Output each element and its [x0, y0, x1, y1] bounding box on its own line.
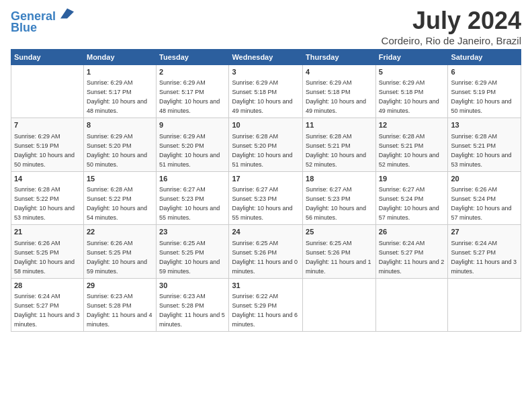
- calendar-cell: 20 Sunrise: 6:26 AMSunset: 5:24 PMDaylig…: [448, 171, 521, 224]
- day-number: 7: [14, 120, 81, 130]
- day-info: Sunrise: 6:29 AMSunset: 5:19 PMDaylight:…: [451, 79, 511, 114]
- month-title: July 2024: [382, 7, 521, 35]
- calendar-cell: 11 Sunrise: 6:28 AMSunset: 5:21 PMDaylig…: [303, 118, 376, 171]
- calendar-cell: 10 Sunrise: 6:28 AMSunset: 5:20 PMDaylig…: [229, 118, 303, 171]
- day-info: Sunrise: 6:29 AMSunset: 5:17 PMDaylight:…: [87, 79, 147, 114]
- calendar-cell: 4 Sunrise: 6:29 AMSunset: 5:18 PMDayligh…: [303, 65, 376, 118]
- day-info: Sunrise: 6:29 AMSunset: 5:19 PMDaylight:…: [14, 133, 75, 168]
- day-number: 19: [379, 174, 445, 184]
- calendar-cell: 6 Sunrise: 6:29 AMSunset: 5:19 PMDayligh…: [448, 65, 521, 118]
- day-number: 21: [14, 227, 81, 237]
- calendar-week-row: 14 Sunrise: 6:28 AMSunset: 5:22 PMDaylig…: [11, 171, 521, 224]
- day-number: 22: [87, 227, 153, 237]
- day-number: 16: [159, 174, 226, 184]
- day-number: 25: [306, 227, 373, 237]
- day-number: 20: [451, 174, 518, 184]
- day-number: 18: [306, 174, 373, 184]
- calendar-cell: 2 Sunrise: 6:29 AMSunset: 5:17 PMDayligh…: [157, 65, 229, 118]
- calendar-cell: [375, 278, 448, 331]
- day-info: Sunrise: 6:26 AMSunset: 5:24 PMDaylight:…: [451, 186, 511, 221]
- day-info: Sunrise: 6:29 AMSunset: 5:18 PMDaylight:…: [306, 79, 366, 114]
- col-monday: Monday: [83, 50, 156, 65]
- calendar-cell: 15 Sunrise: 6:28 AMSunset: 5:22 PMDaylig…: [83, 171, 156, 224]
- day-number: 12: [379, 120, 445, 130]
- calendar-cell: 29 Sunrise: 6:23 AMSunset: 5:28 PMDaylig…: [83, 278, 156, 331]
- day-number: 27: [451, 227, 518, 237]
- calendar-cell: 18 Sunrise: 6:27 AMSunset: 5:23 PMDaylig…: [303, 171, 376, 224]
- calendar-week-row: 21 Sunrise: 6:26 AMSunset: 5:25 PMDaylig…: [11, 225, 521, 278]
- day-info: Sunrise: 6:29 AMSunset: 5:20 PMDaylight:…: [159, 133, 220, 168]
- day-number: 24: [232, 227, 300, 237]
- day-info: Sunrise: 6:26 AMSunset: 5:25 PMDaylight:…: [14, 240, 75, 275]
- day-number: 9: [159, 120, 226, 130]
- day-info: Sunrise: 6:25 AMSunset: 5:26 PMDaylight:…: [232, 240, 298, 275]
- day-number: 28: [14, 281, 81, 291]
- calendar-header-row: Sunday Monday Tuesday Wednesday Thursday…: [11, 50, 521, 65]
- day-number: 14: [14, 174, 81, 184]
- day-number: 10: [232, 120, 300, 130]
- day-number: 30: [159, 281, 226, 291]
- page-container: General Blue July 2024 Cordeiro, Rio de …: [0, 0, 532, 338]
- svg-marker-0: [60, 9, 74, 19]
- calendar-cell: 23 Sunrise: 6:25 AMSunset: 5:25 PMDaylig…: [157, 225, 229, 278]
- day-number: 8: [87, 120, 153, 130]
- location-title: Cordeiro, Rio de Janeiro, Brazil: [382, 35, 521, 46]
- day-info: Sunrise: 6:28 AMSunset: 5:21 PMDaylight:…: [379, 133, 439, 168]
- day-info: Sunrise: 6:27 AMSunset: 5:24 PMDaylight:…: [379, 186, 439, 221]
- day-info: Sunrise: 6:29 AMSunset: 5:20 PMDaylight:…: [87, 133, 147, 168]
- day-info: Sunrise: 6:28 AMSunset: 5:22 PMDaylight:…: [14, 186, 75, 221]
- calendar-cell: 19 Sunrise: 6:27 AMSunset: 5:24 PMDaylig…: [375, 171, 448, 224]
- day-number: 6: [451, 67, 518, 77]
- calendar-cell: 26 Sunrise: 6:24 AMSunset: 5:27 PMDaylig…: [375, 225, 448, 278]
- calendar-cell: 9 Sunrise: 6:29 AMSunset: 5:20 PMDayligh…: [157, 118, 229, 171]
- calendar-cell: 31 Sunrise: 6:22 AMSunset: 5:29 PMDaylig…: [229, 278, 303, 331]
- day-info: Sunrise: 6:23 AMSunset: 5:28 PMDaylight:…: [159, 293, 225, 328]
- col-sunday: Sunday: [11, 50, 84, 65]
- day-info: Sunrise: 6:22 AMSunset: 5:29 PMDaylight:…: [232, 293, 298, 328]
- calendar-cell: 3 Sunrise: 6:29 AMSunset: 5:18 PMDayligh…: [229, 65, 303, 118]
- day-number: 29: [87, 281, 153, 291]
- calendar-cell: 25 Sunrise: 6:25 AMSunset: 5:26 PMDaylig…: [303, 225, 376, 278]
- calendar-cell: 28 Sunrise: 6:24 AMSunset: 5:27 PMDaylig…: [11, 278, 84, 331]
- calendar-week-row: 1 Sunrise: 6:29 AMSunset: 5:17 PMDayligh…: [11, 65, 521, 118]
- day-number: 4: [306, 67, 373, 77]
- calendar-cell: 16 Sunrise: 6:27 AMSunset: 5:23 PMDaylig…: [157, 171, 229, 224]
- title-block: July 2024 Cordeiro, Rio de Janeiro, Braz…: [382, 7, 521, 46]
- col-friday: Friday: [375, 50, 448, 65]
- calendar-cell: [11, 65, 84, 118]
- calendar-cell: [303, 278, 376, 331]
- col-wednesday: Wednesday: [229, 50, 303, 65]
- day-number: 5: [379, 67, 445, 77]
- day-info: Sunrise: 6:23 AMSunset: 5:28 PMDaylight:…: [87, 293, 152, 328]
- day-number: 13: [451, 120, 518, 130]
- day-info: Sunrise: 6:29 AMSunset: 5:18 PMDaylight:…: [379, 79, 439, 114]
- day-number: 26: [379, 227, 445, 237]
- calendar-cell: [448, 278, 521, 331]
- calendar-cell: 22 Sunrise: 6:26 AMSunset: 5:25 PMDaylig…: [83, 225, 156, 278]
- day-info: Sunrise: 6:26 AMSunset: 5:25 PMDaylight:…: [87, 240, 147, 275]
- calendar-cell: 17 Sunrise: 6:27 AMSunset: 5:23 PMDaylig…: [229, 171, 303, 224]
- calendar-cell: 12 Sunrise: 6:28 AMSunset: 5:21 PMDaylig…: [375, 118, 448, 171]
- day-info: Sunrise: 6:24 AMSunset: 5:27 PMDaylight:…: [14, 293, 80, 328]
- calendar-cell: 14 Sunrise: 6:28 AMSunset: 5:22 PMDaylig…: [11, 171, 84, 224]
- day-info: Sunrise: 6:27 AMSunset: 5:23 PMDaylight:…: [306, 186, 366, 221]
- calendar-week-row: 28 Sunrise: 6:24 AMSunset: 5:27 PMDaylig…: [11, 278, 521, 331]
- calendar-cell: 24 Sunrise: 6:25 AMSunset: 5:26 PMDaylig…: [229, 225, 303, 278]
- day-number: 1: [87, 67, 153, 77]
- day-info: Sunrise: 6:25 AMSunset: 5:26 PMDaylight:…: [306, 240, 371, 275]
- day-info: Sunrise: 6:29 AMSunset: 5:18 PMDaylight:…: [232, 79, 292, 114]
- calendar-cell: 7 Sunrise: 6:29 AMSunset: 5:19 PMDayligh…: [11, 118, 84, 171]
- day-number: 11: [306, 120, 373, 130]
- day-info: Sunrise: 6:24 AMSunset: 5:27 PMDaylight:…: [451, 240, 517, 275]
- logo: General Blue: [11, 7, 74, 35]
- calendar-cell: 5 Sunrise: 6:29 AMSunset: 5:18 PMDayligh…: [375, 65, 448, 118]
- header: General Blue July 2024 Cordeiro, Rio de …: [11, 7, 521, 46]
- day-info: Sunrise: 6:28 AMSunset: 5:22 PMDaylight:…: [87, 186, 147, 221]
- day-info: Sunrise: 6:25 AMSunset: 5:25 PMDaylight:…: [159, 240, 220, 275]
- day-info: Sunrise: 6:28 AMSunset: 5:21 PMDaylight:…: [451, 133, 511, 168]
- col-saturday: Saturday: [448, 50, 521, 65]
- calendar-cell: 1 Sunrise: 6:29 AMSunset: 5:17 PMDayligh…: [83, 65, 156, 118]
- calendar-cell: 13 Sunrise: 6:28 AMSunset: 5:21 PMDaylig…: [448, 118, 521, 171]
- day-number: 23: [159, 227, 226, 237]
- calendar-cell: 27 Sunrise: 6:24 AMSunset: 5:27 PMDaylig…: [448, 225, 521, 278]
